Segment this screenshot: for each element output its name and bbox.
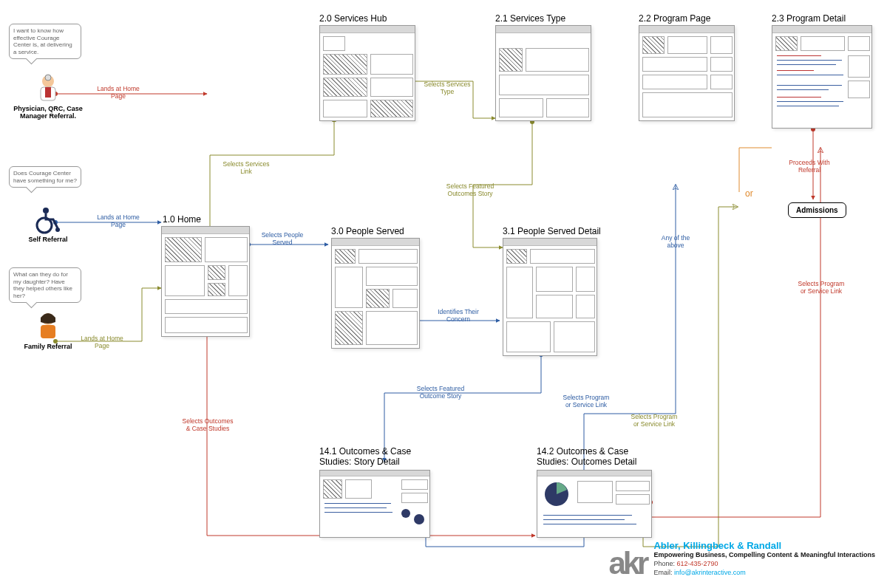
thumb-services-hub bbox=[319, 25, 415, 121]
edge-program-link-blue: Selects Program or Service Link bbox=[560, 394, 612, 409]
edge-program-link-olive: Selects Program or Service Link bbox=[628, 414, 680, 428]
persona-caption: Self Referral bbox=[7, 236, 89, 243]
footer-phone: Phone: 612-435-2790 bbox=[653, 560, 875, 567]
physician-speech-bubble: I want to know how effective Courage Cen… bbox=[9, 24, 81, 59]
node-title-people-served: 3.0 People Served bbox=[331, 226, 404, 236]
persona-family: Family Referral bbox=[7, 310, 89, 350]
edge-selects-services-link: Selects Services Link bbox=[220, 161, 272, 176]
physician-avatar-icon bbox=[33, 72, 64, 103]
node-title-people-served-detail: 3.1 People Served Detail bbox=[503, 226, 601, 236]
persona-physician: Physician, QRC, Case Manager Referral. bbox=[7, 72, 89, 120]
thumb-outcomes-story bbox=[319, 470, 430, 538]
node-admissions: Admissions bbox=[788, 202, 846, 218]
edge-proceeds-referral: Proceeds With Referral bbox=[784, 160, 835, 174]
edge-any-above: Any of the above bbox=[653, 235, 698, 250]
edge-selects-outcomes: Selects Outcomes & Case Studies bbox=[182, 418, 234, 433]
footer: akr Abler, Killingbeck & Randall Empower… bbox=[608, 540, 875, 576]
thumb-outcomes-detail bbox=[537, 470, 652, 538]
svg-point-17 bbox=[45, 75, 51, 81]
footer-email: Email: info@akrinteractive.com bbox=[653, 569, 875, 576]
akr-logo: akr bbox=[608, 551, 646, 576]
thumb-people-served-detail bbox=[503, 238, 597, 356]
node-title-outcomes-story: 14.1 Outcomes & Case Studies: Story Deta… bbox=[319, 446, 438, 467]
node-title-services-type: 2.1 Services Type bbox=[495, 13, 565, 24]
footer-brand: Abler, Killingbeck & Randall bbox=[653, 540, 875, 551]
bubble-text: What can they do for my daughter? Have t… bbox=[13, 271, 72, 299]
node-title-services-hub: 2.0 Services Hub bbox=[319, 13, 387, 24]
svg-point-24 bbox=[414, 514, 424, 524]
thumb-home bbox=[161, 226, 250, 337]
svg-point-23 bbox=[401, 509, 410, 518]
family-speech-bubble: What can they do for my daughter? Have t… bbox=[9, 267, 81, 303]
persona-caption: Family Referral bbox=[7, 343, 89, 350]
wheelchair-icon bbox=[33, 203, 64, 234]
thumb-services-type bbox=[495, 25, 591, 121]
node-title-outcomes-detail: 14.2 Outcomes & Case Studies: Outcomes D… bbox=[537, 446, 662, 467]
admissions-label: Admissions bbox=[796, 206, 838, 214]
edge-lands-home-1: Lands at Home Page bbox=[96, 86, 140, 100]
persona-caption: Physician, QRC, Case Manager Referral. bbox=[7, 105, 89, 120]
svg-rect-16 bbox=[45, 87, 51, 98]
edge-lands-home-2: Lands at Home Page bbox=[96, 214, 140, 229]
edge-identifies-concern: Identifies Their Concern bbox=[436, 309, 480, 324]
edge-or: or bbox=[745, 189, 753, 199]
thumb-program-page bbox=[639, 25, 735, 121]
svg-point-20 bbox=[55, 228, 60, 232]
persona-self: Self Referral bbox=[7, 203, 89, 243]
bubble-text: I want to know how effective Courage Cen… bbox=[13, 27, 72, 55]
thumb-people-served bbox=[331, 238, 420, 349]
node-title-program-page: 2.2 Program Page bbox=[639, 13, 710, 24]
footer-tagline: Empowering Business, Compelling Content … bbox=[653, 551, 875, 558]
edge-program-link-red: Selects Program or Service Link bbox=[795, 281, 847, 295]
svg-point-19 bbox=[43, 208, 49, 213]
edge-featured-outcome-2: Selects Featured Outcome Story bbox=[411, 386, 470, 400]
edge-lands-home-3: Lands at Home Page bbox=[80, 335, 124, 350]
self-speech-bubble: Does Courage Center have something for m… bbox=[9, 166, 81, 188]
node-title-home: 1.0 Home bbox=[163, 214, 201, 225]
svg-rect-22 bbox=[41, 325, 55, 338]
edge-featured-outcome-1: Selects Featured Outcomes Story bbox=[441, 183, 500, 198]
thumb-program-detail bbox=[772, 25, 872, 129]
family-avatar-icon bbox=[33, 310, 64, 341]
edge-selects-people-served: Selects People Served bbox=[260, 232, 305, 247]
node-title-program-detail: 2.3 Program Detail bbox=[772, 13, 846, 24]
bubble-text: Does Courage Center have something for m… bbox=[13, 170, 77, 184]
edge-selects-services-type: Selects Services Type bbox=[421, 81, 473, 96]
